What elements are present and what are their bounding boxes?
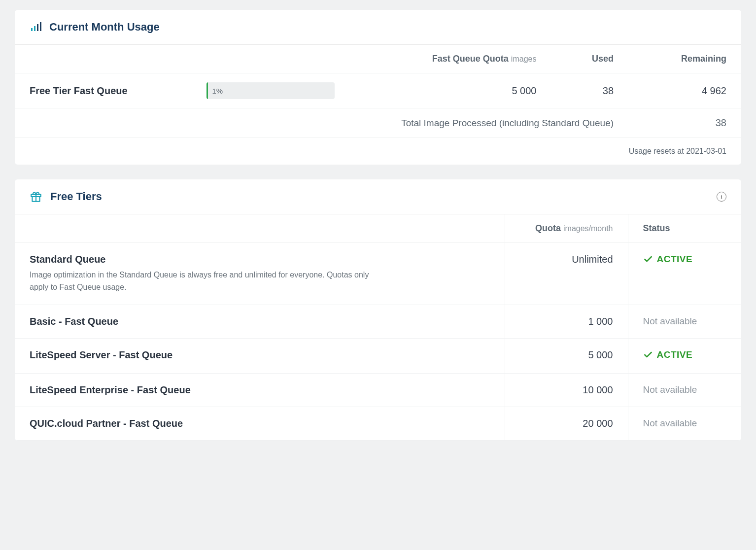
tier-row: LiteSpeed Server - Fast Queue5 000ACTIVE (15, 338, 741, 373)
info-icon[interactable]: i (717, 192, 726, 202)
usage-reset-note: Usage resets at 2021-03-01 (15, 138, 741, 165)
tier-row: Basic - Fast Queue1 000Not available (15, 305, 741, 338)
tier-desc: Image optimization in the Standard Queue… (30, 269, 370, 294)
tier-status: Not available (628, 373, 741, 407)
usage-table: Fast Queue Quota images Used Remaining F… (15, 45, 741, 138)
tier-name: Basic - Fast Queue (15, 305, 505, 338)
tier-name: Standard QueueImage optimization in the … (15, 243, 505, 305)
status-not-available: Not available (643, 418, 697, 428)
usage-total-value: 38 (628, 108, 741, 138)
tiers-table: Quota images/month Status Standard Queue… (15, 214, 741, 441)
usage-panel-title: Current Month Usage (49, 21, 160, 34)
tier-status: Not available (628, 407, 741, 440)
status-not-available: Not available (643, 384, 697, 395)
gift-icon (30, 190, 42, 203)
check-icon (643, 254, 653, 264)
usage-col-quota-sub: images (511, 55, 537, 63)
tiers-col-quota-sub: images/month (563, 224, 613, 233)
tier-quota: Unlimited (505, 243, 628, 305)
usage-col-quota-label: Fast Queue Quota (432, 54, 509, 64)
tiers-col-quota: Quota images/month (505, 214, 628, 243)
usage-row-label: Free Tier Fast Queue (15, 73, 206, 108)
usage-row-remaining: 4 962 (628, 73, 741, 108)
tiers-col-status: Status (628, 214, 741, 243)
usage-row-quota: 5 000 (349, 73, 551, 108)
svg-rect-3 (40, 22, 41, 31)
tier-status: ACTIVE (628, 243, 741, 305)
status-active-badge: ACTIVE (643, 349, 693, 360)
tier-quota: 10 000 (505, 373, 628, 407)
usage-row-used: 38 (551, 73, 628, 108)
usage-col-remaining: Remaining (628, 45, 741, 73)
usage-col-quota: Fast Queue Quota images (349, 45, 551, 73)
tier-status: Not available (628, 305, 741, 338)
svg-rect-2 (37, 24, 38, 31)
tiers-panel-header: Free Tiers i (15, 179, 741, 214)
svg-rect-1 (34, 26, 35, 31)
tiers-panel-title: Free Tiers (50, 190, 102, 203)
usage-total-row: Total Image Processed (including Standar… (15, 108, 741, 138)
usage-progress-bar: 1% (206, 82, 335, 99)
tiers-panel: Free Tiers i Quota images/month Status S… (15, 179, 741, 441)
usage-panel: Current Month Usage Fast Queue Quota ima… (15, 10, 741, 165)
usage-panel-header: Current Month Usage (15, 10, 741, 45)
tier-quota: 5 000 (505, 338, 628, 373)
svg-rect-0 (31, 28, 33, 31)
tier-quota: 1 000 (505, 305, 628, 338)
usage-progress-text: 1% (208, 87, 223, 95)
tier-name: LiteSpeed Server - Fast Queue (15, 338, 505, 373)
check-icon (643, 350, 653, 360)
tier-quota: 20 000 (505, 407, 628, 440)
tier-row: Standard QueueImage optimization in the … (15, 243, 741, 305)
tier-name: QUIC.cloud Partner - Fast Queue (15, 407, 505, 440)
tiers-col-quota-label: Quota (535, 223, 561, 233)
usage-total-label: Total Image Processed (including Standar… (15, 108, 628, 138)
tier-row: QUIC.cloud Partner - Fast Queue20 000Not… (15, 407, 741, 440)
tier-row: LiteSpeed Enterprise - Fast Queue10 000N… (15, 373, 741, 407)
status-not-available: Not available (643, 316, 697, 326)
tier-name: LiteSpeed Enterprise - Fast Queue (15, 373, 505, 407)
status-active-badge: ACTIVE (643, 254, 693, 265)
usage-row: Free Tier Fast Queue 1% 5 000 38 4 962 (15, 73, 741, 108)
bar-chart-icon (30, 21, 41, 33)
usage-col-used: Used (551, 45, 628, 73)
tier-status: ACTIVE (628, 338, 741, 373)
